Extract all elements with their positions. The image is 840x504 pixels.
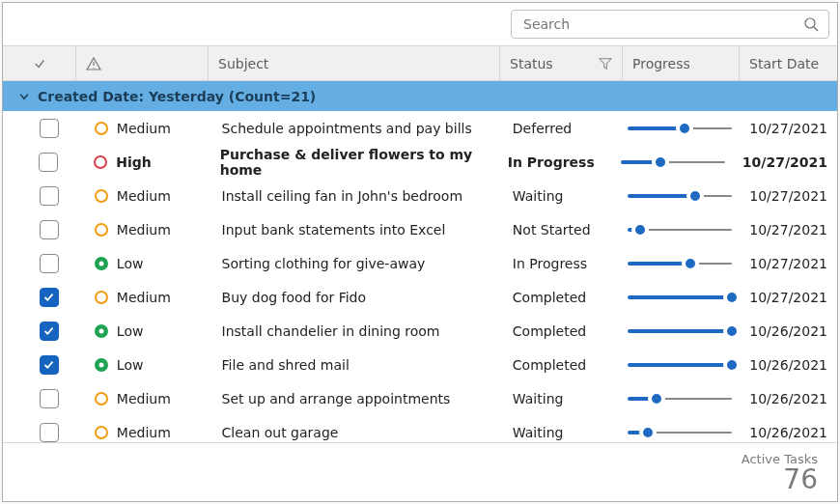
column-header-label: Start Date bbox=[749, 56, 819, 71]
cell-start-date: 10/27/2021 bbox=[738, 280, 837, 314]
cell-status: In Progress bbox=[499, 246, 622, 280]
priority-label: Low bbox=[117, 357, 144, 373]
cell-status: Completed bbox=[499, 348, 622, 381]
priority-icon bbox=[94, 290, 109, 305]
priority-label: High bbox=[116, 154, 152, 170]
progress-slider[interactable] bbox=[628, 426, 733, 439]
checkbox[interactable] bbox=[39, 153, 58, 172]
priority-icon bbox=[94, 121, 109, 136]
checkbox[interactable] bbox=[40, 389, 59, 408]
cell-start-date: 10/27/2021 bbox=[738, 212, 837, 246]
progress-slider[interactable] bbox=[628, 257, 733, 270]
toolbar bbox=[3, 3, 837, 46]
status-text: Completed bbox=[513, 290, 586, 305]
cell-start-date: 10/26/2021 bbox=[738, 381, 837, 415]
progress-slider[interactable] bbox=[628, 189, 733, 203]
svg-point-23 bbox=[98, 396, 103, 401]
priority-icon bbox=[94, 323, 109, 339]
checkbox[interactable] bbox=[40, 423, 59, 442]
table-row[interactable]: HighPurchase & deliver flowers to my hom… bbox=[3, 145, 837, 179]
cell-subject: Install ceiling fan in John's bedroom bbox=[209, 179, 499, 212]
cell-progress bbox=[622, 246, 739, 280]
cell-subject: Set up and arrange appointments bbox=[209, 381, 499, 415]
start-date-text: 10/26/2021 bbox=[749, 357, 827, 373]
progress-slider[interactable] bbox=[621, 155, 724, 169]
svg-point-11 bbox=[98, 193, 103, 198]
start-date-text: 10/27/2021 bbox=[749, 256, 827, 271]
svg-point-0 bbox=[805, 18, 815, 28]
check-icon bbox=[33, 57, 46, 70]
progress-slider[interactable] bbox=[628, 122, 733, 135]
svg-point-25 bbox=[98, 430, 103, 434]
table-row[interactable]: MediumClean out garageWaiting10/26/2021 bbox=[3, 415, 837, 442]
cell-complete bbox=[3, 280, 76, 314]
priority-icon bbox=[93, 154, 108, 170]
checkbox[interactable] bbox=[40, 119, 59, 138]
cell-status: Completed bbox=[499, 314, 622, 348]
cell-priority: Medium bbox=[76, 415, 209, 442]
cell-priority: Low bbox=[76, 348, 209, 381]
status-text: Waiting bbox=[513, 188, 564, 204]
checkbox[interactable] bbox=[40, 220, 59, 239]
cell-subject: File and shred mail bbox=[209, 348, 499, 381]
cell-progress bbox=[622, 212, 739, 246]
table-row[interactable]: MediumBuy dog food for FidoCompleted10/2… bbox=[3, 280, 837, 314]
svg-point-19 bbox=[98, 328, 103, 333]
table-row[interactable]: MediumSchedule appointments and pay bill… bbox=[3, 111, 837, 145]
cell-priority: Low bbox=[76, 314, 209, 348]
cell-start-date: 10/27/2021 bbox=[738, 179, 837, 212]
subject-text: Schedule appointments and pay bills bbox=[222, 121, 472, 136]
column-headers: Subject Status Progress Start Date bbox=[3, 46, 837, 81]
column-header-progress[interactable]: Progress bbox=[623, 46, 740, 80]
svg-point-17 bbox=[98, 294, 103, 299]
status-text: In Progress bbox=[508, 154, 595, 170]
table-row[interactable]: MediumInput bank statements into ExcelNo… bbox=[3, 212, 837, 246]
cell-subject: Sorting clothing for give-away bbox=[209, 246, 499, 280]
search-input-wrap[interactable] bbox=[511, 10, 829, 39]
cell-complete bbox=[3, 212, 76, 246]
priority-icon bbox=[94, 357, 109, 373]
checkbox[interactable] bbox=[40, 254, 59, 273]
priority-icon bbox=[94, 222, 109, 238]
filter-icon[interactable] bbox=[599, 57, 612, 70]
column-header-start-date[interactable]: Start Date bbox=[740, 46, 837, 80]
column-header-complete[interactable] bbox=[3, 46, 76, 80]
cell-priority: Low bbox=[76, 246, 209, 280]
status-text: Waiting bbox=[513, 425, 564, 440]
cell-progress bbox=[622, 111, 739, 145]
column-header-label: Status bbox=[510, 56, 553, 71]
checkbox[interactable] bbox=[40, 186, 59, 206]
column-header-label: Progress bbox=[632, 56, 690, 71]
cell-complete bbox=[3, 111, 76, 145]
checkbox[interactable] bbox=[40, 288, 59, 307]
progress-slider[interactable] bbox=[628, 223, 733, 237]
column-header-subject[interactable]: Subject bbox=[209, 46, 500, 80]
progress-slider[interactable] bbox=[628, 291, 733, 304]
cell-complete bbox=[3, 415, 76, 442]
checkbox[interactable] bbox=[40, 355, 59, 375]
progress-slider[interactable] bbox=[628, 392, 733, 406]
cell-subject: Purchase & deliver flowers to my home bbox=[207, 145, 494, 179]
column-header-status[interactable]: Status bbox=[500, 46, 623, 80]
table-row[interactable]: LowFile and shred mailCompleted10/26/202… bbox=[3, 348, 837, 381]
checkbox[interactable] bbox=[40, 322, 59, 341]
progress-slider[interactable] bbox=[628, 358, 733, 372]
table-row[interactable]: LowInstall chandelier in dining roomComp… bbox=[3, 314, 837, 348]
cell-complete bbox=[3, 145, 75, 179]
cell-priority: Medium bbox=[76, 212, 209, 246]
cell-start-date: 10/27/2021 bbox=[738, 246, 837, 280]
table-row[interactable]: MediumInstall ceiling fan in John's bedr… bbox=[3, 179, 837, 212]
cell-subject: Schedule appointments and pay bills bbox=[209, 111, 499, 145]
table-row[interactable]: LowSorting clothing for give-awayIn Prog… bbox=[3, 246, 837, 280]
group-header[interactable]: Created Date: Yesterday (Count=21) bbox=[3, 81, 837, 111]
progress-slider[interactable] bbox=[628, 324, 733, 338]
priority-label: Medium bbox=[117, 121, 171, 136]
subject-text: Input bank statements into Excel bbox=[222, 222, 446, 238]
cell-start-date: 10/27/2021 bbox=[731, 145, 837, 179]
search-input[interactable] bbox=[521, 15, 803, 33]
group-header-label: Created Date: Yesterday (Count=21) bbox=[38, 89, 316, 104]
subject-text: Buy dog food for Fido bbox=[222, 290, 366, 305]
table-row[interactable]: MediumSet up and arrange appointmentsWai… bbox=[3, 381, 837, 415]
priority-icon bbox=[94, 256, 109, 271]
column-header-priority[interactable] bbox=[76, 46, 209, 80]
